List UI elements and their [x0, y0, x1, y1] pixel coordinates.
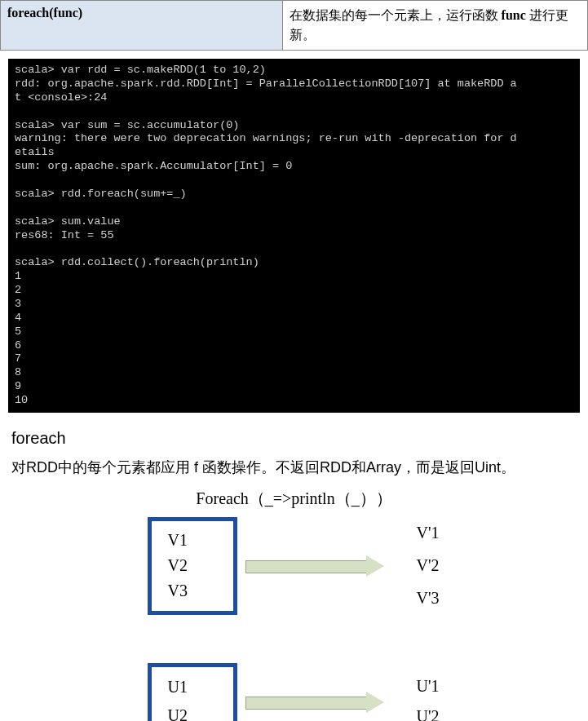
api-desc-cell: 在数据集的每一个元素上，运行函数 func 进行更新。: [282, 1, 587, 51]
section-desc: 对RDD中的每个元素都应用 f 函数操作。不返回RDD和Array，而是返回Ui…: [11, 456, 577, 480]
arrow-1: [245, 555, 384, 577]
out1-v2: V'2: [417, 556, 440, 575]
input-box-2: U1 U2: [148, 663, 237, 721]
box2-u2: U2: [168, 706, 217, 721]
explain-section: foreach 对RDD中的每个元素都应用 f 函数操作。不返回RDD和Arra…: [0, 421, 588, 721]
out2-u1: U'1: [417, 677, 440, 696]
foreach-diagram: Foreach（_=>println（_）） V1 V2 V3 V'1 V'2 …: [50, 488, 539, 721]
box1-v1: V1: [168, 531, 217, 550]
arrow-2: [245, 692, 384, 713]
out1-v3: V'3: [417, 589, 440, 608]
api-table: foreach(func) 在数据集的每一个元素上，运行函数 func 进行更新…: [0, 0, 588, 51]
desc-pre: 在数据集的每一个元素上，运行函数: [290, 8, 498, 22]
desc-func: func: [502, 8, 526, 22]
diagram-caption: Foreach（_=>println（_））: [50, 488, 539, 510]
api-name-cell: foreach(func): [1, 1, 283, 51]
terminal-output: scala> var rdd = sc.makeRDD(1 to 10,2) r…: [8, 59, 580, 413]
box2-u1: U1: [168, 678, 217, 697]
output-labels-2: U'1 U'2: [417, 671, 440, 721]
output-labels-1: V'1 V'2 V'3: [417, 517, 440, 615]
section-title: foreach: [11, 429, 577, 448]
terminal-container: scala> var rdd = sc.makeRDD(1 to 10,2) r…: [0, 51, 588, 421]
out2-u2: U'2: [417, 707, 440, 721]
input-box-1: V1 V2 V3: [148, 517, 237, 615]
out1-v1: V'1: [417, 524, 440, 542]
box1-v2: V2: [168, 556, 217, 575]
box1-v3: V3: [168, 582, 217, 600]
